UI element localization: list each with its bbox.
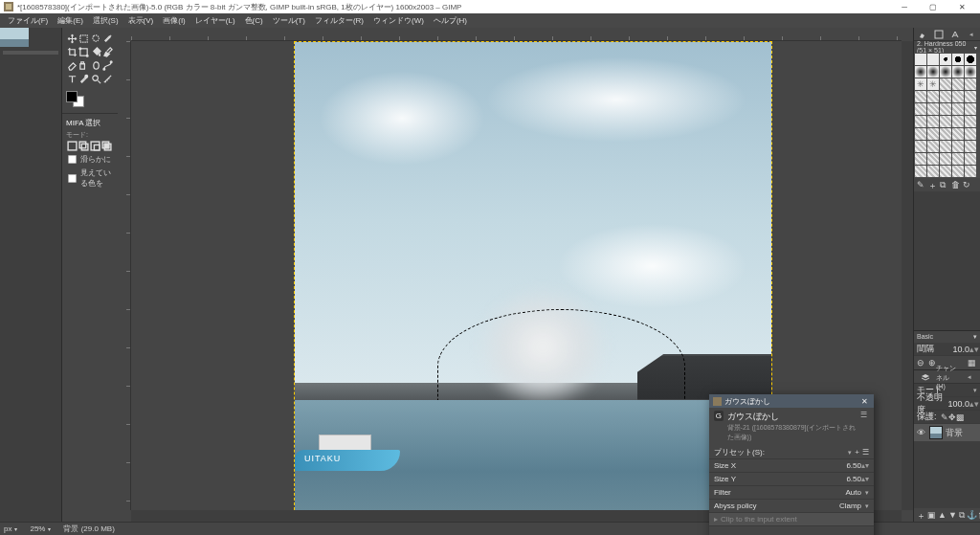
layer-row[interactable]: 👁 背景 [914, 424, 980, 441]
edit-brush-icon[interactable]: ✎ [917, 180, 926, 189]
visibility-icon[interactable]: 👁 [917, 428, 926, 437]
sample-merged-checkbox[interactable] [68, 173, 77, 182]
channels-tab[interactable]: チャンネル(H) [936, 370, 958, 383]
gaussian-blur-dialog: ガウスぼかし ✕ G ガウスぼかし 背景-21 ([1608578380879]… [709, 394, 874, 535]
close-button[interactable]: ✕ [947, 0, 976, 13]
menu-file[interactable]: ファイル(F) [3, 15, 53, 26]
smudge-tool[interactable] [90, 58, 102, 72]
filter-row[interactable]: Filter Auto ▾ [709, 486, 874, 500]
menu-colors[interactable]: 色(C) [240, 15, 268, 26]
color-picker-tool[interactable] [78, 72, 91, 85]
mode-replace-icon[interactable] [66, 140, 78, 151]
filter-label: Filter [714, 488, 731, 497]
svg-rect-7 [81, 61, 84, 63]
maximize-button[interactable]: ▢ [919, 0, 947, 13]
minimize-button[interactable]: ─ [890, 0, 919, 13]
status-zoom[interactable]: 25%▾ [30, 524, 54, 533]
menu-image[interactable]: 画像(I) [158, 15, 190, 26]
dock-menu-icon[interactable]: ◂ [964, 28, 980, 40]
size-y-value[interactable]: 6.50 [846, 475, 861, 483]
lock-position-icon[interactable]: ✥ [948, 412, 956, 422]
move-tool[interactable] [66, 32, 78, 45]
layers-tab[interactable] [914, 370, 936, 383]
menu-edit[interactable]: 編集(E) [53, 15, 88, 26]
grid-view-icon[interactable]: ▦ [968, 358, 977, 368]
svg-rect-21 [935, 31, 943, 38]
layer-action-strip: ＋ ▣ ▲ ▼ ⧉ ⚓ 🗑 [914, 508, 980, 522]
dialog-menu-icon[interactable]: ☰ [860, 411, 869, 419]
antialias-checkbox[interactable] [68, 155, 77, 164]
new-brush-icon[interactable]: ＋ [928, 180, 938, 189]
lock-alpha-icon[interactable]: ▩ [956, 412, 965, 422]
size-x-spinner[interactable]: ▴▾ [861, 461, 869, 470]
menu-windows[interactable]: ウィンドウ(W) [368, 15, 429, 26]
mode-int-icon[interactable] [100, 140, 112, 151]
menubar: ファイル(F) 編集(E) 選択(S) 表示(V) 画像(I) レイヤー(L) … [0, 13, 980, 28]
horizontal-ruler[interactable] [131, 28, 902, 41]
fonts-tab[interactable] [947, 28, 964, 40]
thumb-scroll[interactable] [3, 51, 58, 55]
dup-layer-icon[interactable]: ⧉ [959, 510, 965, 520]
vertical-scrollbar[interactable] [902, 41, 913, 510]
brush-tool[interactable] [102, 45, 115, 58]
fuzzy-select-tool[interactable] [102, 32, 115, 45]
status-unit[interactable]: px▾ [4, 524, 20, 533]
clip-expander-icon[interactable]: ▸ [714, 515, 718, 524]
menu-layer[interactable]: レイヤー(L) [190, 15, 240, 26]
preset-add-icon[interactable]: + [855, 448, 859, 457]
svg-rect-14 [81, 144, 88, 150]
path-tool[interactable] [102, 58, 115, 72]
eraser-tool[interactable] [66, 58, 78, 72]
mode-add-icon[interactable] [78, 140, 89, 151]
brush-grid[interactable] [914, 53, 980, 178]
menu-view[interactable]: 表示(V) [123, 15, 159, 26]
zoom-out-icon[interactable]: ⊖ [917, 358, 926, 368]
new-layer-icon[interactable]: ＋ [917, 510, 925, 520]
size-x-value[interactable]: 6.50 [846, 461, 861, 470]
measure-tool[interactable] [102, 72, 115, 85]
filter-chevron-icon: ▾ [865, 489, 869, 497]
preset-dropdown[interactable]: ▾ [848, 449, 852, 457]
free-select-tool[interactable] [90, 32, 102, 45]
lock-pixels-icon[interactable]: ✎ [941, 412, 948, 422]
text-tool[interactable] [66, 72, 78, 85]
bucket-tool[interactable] [90, 45, 102, 58]
anchor-layer-icon[interactable]: ⚓ [967, 510, 976, 520]
spacing-value[interactable]: 10.0 [952, 345, 969, 354]
abyss-row[interactable]: Abyss policy Clamp ▾ [709, 500, 874, 513]
brushes-tab[interactable] [914, 28, 930, 40]
brush-name-row[interactable]: 2. Hardness 050 (51 × 51) ▾ [914, 41, 980, 53]
preset-menu-icon[interactable]: ☰ [862, 448, 869, 457]
up-layer-icon[interactable]: ▲ [938, 510, 947, 520]
clip-label: Clip to the input extent [721, 515, 797, 524]
image-thumbnail[interactable] [0, 28, 29, 47]
clone-tool[interactable] [78, 58, 91, 72]
preset-label: プリセット(S): [714, 447, 765, 457]
dock-menu-icon-2[interactable]: ◂ [958, 370, 980, 383]
right-dock: ◂ 2. Hardness 050 (51 × 51) ▾ ✎ ＋ ⧉ 🗑 ↻ [913, 28, 980, 522]
dialog-close-button[interactable]: ✕ [858, 397, 870, 406]
rect-select-tool[interactable] [78, 32, 91, 45]
patterns-tab[interactable] [930, 28, 947, 40]
refresh-brush-icon[interactable]: ↻ [963, 180, 972, 189]
menu-filters[interactable]: フィルター(R) [310, 15, 368, 26]
dialog-titlebar[interactable]: ガウスぼかし ✕ [709, 394, 874, 408]
opacity-value[interactable]: 100.0 [947, 399, 969, 409]
color-swatches[interactable] [66, 91, 114, 107]
zoom-tool[interactable] [90, 72, 102, 85]
del-brush-icon[interactable]: 🗑 [951, 180, 961, 189]
fg-color[interactable] [66, 91, 78, 102]
mode-sub-icon[interactable] [89, 140, 100, 151]
down-layer-icon[interactable]: ▼ [948, 510, 957, 520]
transform-tool[interactable] [78, 45, 91, 58]
crop-tool[interactable] [66, 45, 78, 58]
menu-tools[interactable]: ツール(T) [268, 15, 310, 26]
window-titlebar: *[1608578380](インポートされた画像)-5.0 (RGB カラー 8… [0, 0, 980, 13]
vertical-ruler[interactable] [118, 41, 131, 510]
svg-rect-3 [80, 48, 87, 55]
group-layer-icon[interactable]: ▣ [927, 510, 936, 520]
menu-help[interactable]: ヘルプ(H) [429, 15, 472, 26]
size-y-spinner[interactable]: ▴▾ [861, 475, 869, 483]
menu-select[interactable]: 選択(S) [88, 15, 123, 26]
dup-brush-icon[interactable]: ⧉ [940, 180, 949, 189]
